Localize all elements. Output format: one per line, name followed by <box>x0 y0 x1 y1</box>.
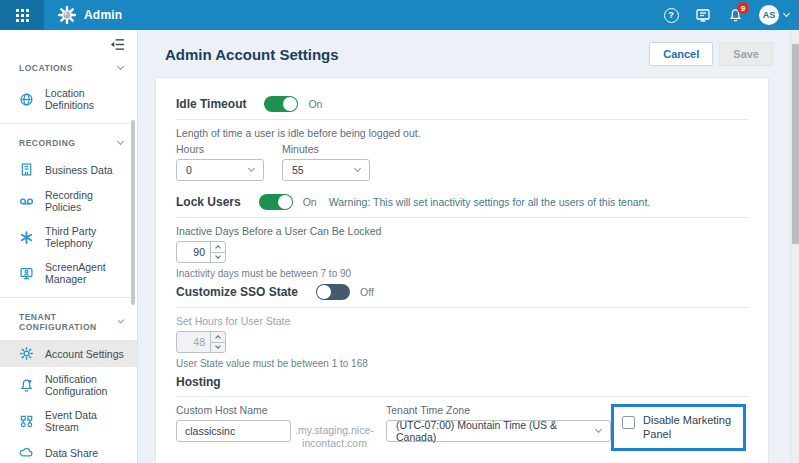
hours-label: Hours <box>176 143 264 155</box>
chevron-down-icon <box>595 426 602 433</box>
disable-marketing-checkbox[interactable] <box>622 416 635 429</box>
lock-users-toggle[interactable] <box>259 194 293 210</box>
host-suffix: .my.staging.nice- incontact.com <box>291 424 378 450</box>
collapse-menu-icon[interactable] <box>110 38 125 51</box>
save-button[interactable]: Save <box>719 42 773 66</box>
scrollbar-thumb[interactable] <box>792 44 799 244</box>
avatar: AS <box>759 5 779 25</box>
divider <box>0 297 137 298</box>
disable-marketing-highlight: Disable Marketing Panel <box>611 404 746 451</box>
voicemail-icon <box>19 194 34 209</box>
minutes-select[interactable]: 55 <box>282 159 370 181</box>
tenant-timezone-select[interactable]: (UTC-07:00) Mountain Time (US & Canada) <box>386 420 611 442</box>
inactive-days-label: Inactive Days Before a User Can Be Locke… <box>176 225 748 237</box>
chevron-down-icon <box>117 138 124 145</box>
sidebar: LOCATIONS Location Definitions RECORDING… <box>0 30 138 463</box>
set-hours-label: Set Hours for User State <box>176 315 748 327</box>
chevron-down-icon <box>248 165 255 172</box>
settings-card: Idle Timeout On Length of time a user is… <box>155 77 769 463</box>
notifications-button[interactable]: 9 <box>727 7 743 23</box>
gear-logo-icon <box>58 6 76 24</box>
hosting-heading: Hosting <box>176 375 748 389</box>
sidebar-item-account-settings[interactable]: Account Settings <box>0 340 137 367</box>
app-launcher-button[interactable] <box>0 0 44 30</box>
help-button[interactable]: ? <box>663 7 679 23</box>
sidebar-item-location-definitions[interactable]: Location Definitions <box>0 81 137 117</box>
hours-select[interactable]: 0 <box>176 159 264 181</box>
nodes-icon <box>19 414 34 429</box>
spin-up-button[interactable] <box>211 242 225 253</box>
spin-up-button <box>211 332 225 343</box>
help-icon: ? <box>664 8 679 23</box>
idle-timeout-label: Idle Timeout <box>176 97 246 111</box>
topbar-actions: ? 9 AS <box>663 7 799 23</box>
custom-host-name-input[interactable] <box>176 420 291 442</box>
divider <box>176 396 748 397</box>
monitor-icon <box>19 266 34 281</box>
chevron-down-icon <box>783 10 790 17</box>
lock-users-warning: Warning: This will set inactivity settin… <box>329 196 651 208</box>
sidebar-item-business-data[interactable]: Business Data <box>0 156 137 183</box>
idle-timeout-toggle[interactable] <box>264 96 298 112</box>
minutes-label: Minutes <box>282 143 370 155</box>
set-hours-hint: User State value must be between 1 to 16… <box>176 358 748 369</box>
inactive-days-stepper[interactable]: 90 <box>176 241 226 263</box>
app-title: Admin <box>84 8 122 22</box>
divider <box>0 123 137 124</box>
custom-host-name-label: Custom Host Name <box>176 404 291 416</box>
brand: Admin <box>58 6 122 24</box>
sidebar-item-screenagent-manager[interactable]: ScreenAgent Manager <box>0 255 137 291</box>
idle-timeout-state: On <box>308 98 322 110</box>
customize-sso-toggle[interactable] <box>316 284 350 300</box>
sidebar-section-tenant-configuration[interactable]: TENANT CONFIGURATION <box>0 304 137 340</box>
sidebar-item-notification-configuration[interactable]: Notification Configuration <box>0 367 137 403</box>
customize-sso-label: Customize SSO State <box>176 285 298 299</box>
asterisk-icon <box>19 230 34 245</box>
sidebar-section-locations[interactable]: LOCATIONS <box>0 55 137 81</box>
gear-icon <box>19 346 34 361</box>
sidebar-section-recording[interactable]: RECORDING <box>0 130 137 156</box>
spin-down-button[interactable] <box>211 253 225 263</box>
sidebar-item-event-data-stream[interactable]: Event Data Stream <box>0 403 137 439</box>
cancel-button[interactable]: Cancel <box>649 42 713 66</box>
idle-timeout-description: Length of time a user is idle before bei… <box>176 127 748 139</box>
bell-icon <box>19 378 34 393</box>
sidebar-item-data-share[interactable]: Data Share <box>0 439 137 463</box>
main-content: Admin Account Settings Cancel Save Idle … <box>138 30 799 463</box>
chevron-down-icon <box>354 165 361 172</box>
top-bar: Admin ? 9 AS <box>0 0 799 30</box>
page-scrollbar[interactable] <box>790 30 799 463</box>
customize-sso-state: Off <box>360 286 374 298</box>
user-menu[interactable]: AS <box>759 7 789 23</box>
lock-users-state: On <box>303 196 317 208</box>
sidebar-item-third-party-telephony[interactable]: Third Party Telephony <box>0 219 137 255</box>
cloud-icon <box>19 445 34 460</box>
inactive-days-hint: Inactivity days must be between 7 to 90 <box>176 268 748 279</box>
tenant-timezone-label: Tenant Time Zone <box>386 404 611 416</box>
chevron-down-icon <box>117 63 124 70</box>
screen-share-icon <box>695 7 711 23</box>
sidebar-item-recording-policies[interactable]: Recording Policies <box>0 183 137 219</box>
disable-marketing-label: Disable Marketing Panel <box>643 413 735 442</box>
building-icon <box>19 162 34 177</box>
lock-users-label: Lock Users <box>176 195 241 209</box>
screen-share-button[interactable] <box>695 7 711 23</box>
sidebar-scrollbar[interactable] <box>131 120 135 305</box>
divider <box>176 217 748 218</box>
divider <box>176 119 748 120</box>
page-title: Admin Account Settings <box>165 46 339 63</box>
notification-badge: 9 <box>737 2 749 14</box>
set-hours-stepper: 48 <box>176 331 226 353</box>
globe-icon <box>19 92 34 107</box>
divider <box>176 307 748 308</box>
app-launcher-grid-icon <box>16 9 29 22</box>
spin-down-button <box>211 343 225 353</box>
